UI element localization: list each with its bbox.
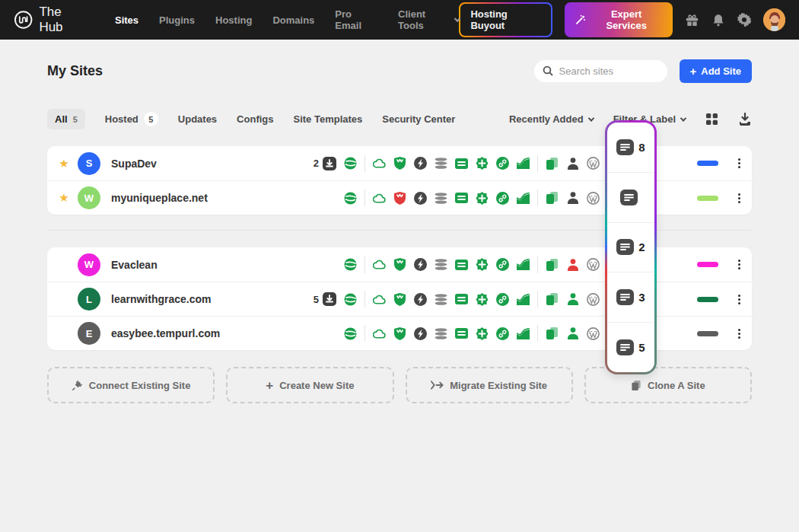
users-icon[interactable] (566, 327, 579, 340)
automate-link-icon[interactable] (496, 157, 509, 170)
hosting-buyout-button[interactable]: Hosting Buyout (459, 2, 552, 37)
favorite-star-icon[interactable]: ★ (56, 191, 72, 205)
analytics-chart-icon[interactable] (517, 192, 530, 205)
site-label-pill[interactable] (697, 297, 718, 302)
shipper-icon[interactable] (455, 157, 468, 170)
posts-count-cell[interactable]: 8 (607, 123, 654, 172)
wordpress-icon[interactable] (587, 258, 600, 271)
nav-client-tools[interactable]: Client Tools (398, 8, 459, 31)
defender-shield-icon[interactable] (393, 258, 406, 271)
analytics-chart-icon[interactable] (517, 157, 530, 170)
tab-updates[interactable]: Updates (178, 113, 217, 125)
pages-icon[interactable] (546, 192, 559, 205)
nav-plugins[interactable]: Plugins (159, 14, 195, 26)
smartcrawl-icon[interactable] (476, 192, 489, 205)
smartcrawl-icon[interactable] (476, 258, 489, 271)
users-icon[interactable] (566, 293, 579, 306)
site-name[interactable]: myuniqueplace.net (111, 192, 297, 204)
tab-security-center[interactable]: Security Center (382, 113, 455, 125)
site-label-pill[interactable] (697, 196, 718, 201)
wpmudev-dashboard-icon[interactable] (344, 327, 357, 340)
site-name[interactable]: Evaclean (111, 259, 297, 271)
favorite-star-icon[interactable]: ★ (56, 157, 72, 170)
hummingbird-icon[interactable] (414, 258, 427, 271)
row-menu-button[interactable] (734, 295, 744, 304)
posts-count-cell[interactable] (607, 172, 654, 222)
pages-icon[interactable] (546, 157, 559, 170)
notifications-bell-icon[interactable] (711, 13, 725, 27)
snapshot-icon[interactable] (435, 327, 447, 340)
site-name[interactable]: learnwithgrace.com (111, 293, 297, 305)
tab-site-templates[interactable]: Site Templates (294, 113, 363, 125)
user-avatar[interactable] (763, 8, 785, 31)
hosting-cloud-icon[interactable] (373, 327, 386, 340)
row-menu-button[interactable] (734, 158, 744, 168)
analytics-chart-icon[interactable] (517, 327, 530, 340)
export-download-icon[interactable] (738, 113, 752, 126)
nav-hosting[interactable]: Hosting (215, 14, 252, 26)
wpmudev-dashboard-icon[interactable] (344, 258, 357, 271)
shipper-icon[interactable] (455, 327, 468, 340)
row-menu-button[interactable] (734, 260, 744, 269)
shipper-icon[interactable] (455, 258, 468, 271)
defender-shield-icon[interactable] (393, 327, 406, 340)
wordpress-icon[interactable] (587, 157, 600, 170)
pages-icon[interactable] (546, 258, 559, 271)
snapshot-icon[interactable] (435, 293, 447, 306)
sort-dropdown[interactable]: Recently Added (509, 113, 594, 125)
updates-available-badge[interactable]: 5 (297, 292, 336, 306)
site-name[interactable]: SupaDev (111, 158, 297, 170)
migrate-existing-site-button[interactable]: Migrate Existing Site (406, 367, 573, 403)
nav-pro-email[interactable]: Pro Email (335, 8, 377, 31)
posts-count-cell[interactable]: 3 (607, 272, 654, 322)
clone-site-button[interactable]: Clone A Site (584, 367, 752, 403)
hummingbird-icon[interactable] (414, 293, 427, 306)
tab-configs[interactable]: Configs (237, 113, 273, 125)
tab-all[interactable]: All5 (47, 109, 85, 129)
wpmudev-dashboard-icon[interactable] (344, 293, 357, 306)
automate-link-icon[interactable] (496, 293, 509, 306)
wordpress-icon[interactable] (587, 327, 600, 340)
users-icon[interactable] (566, 157, 579, 170)
automate-link-icon[interactable] (496, 327, 509, 340)
nav-domains[interactable]: Domains (272, 14, 314, 26)
expert-services-button[interactable]: Expert Services (565, 2, 673, 37)
site-name[interactable]: easybee.tempurl.com (111, 327, 297, 339)
wordpress-icon[interactable] (587, 293, 600, 306)
add-site-button[interactable]: + Add Site (680, 59, 753, 83)
pages-icon[interactable] (546, 293, 559, 306)
automate-link-icon[interactable] (496, 258, 509, 271)
pages-icon[interactable] (546, 327, 559, 340)
grid-view-icon[interactable] (705, 113, 718, 126)
gift-icon[interactable] (685, 13, 699, 27)
shipper-icon[interactable] (455, 293, 468, 306)
row-menu-button[interactable] (734, 193, 744, 203)
snapshot-icon[interactable] (435, 157, 447, 170)
hosting-cloud-icon[interactable] (373, 157, 386, 170)
shipper-icon[interactable] (455, 192, 468, 205)
hub-logo[interactable]: The Hub (14, 5, 88, 35)
automate-link-icon[interactable] (496, 192, 509, 205)
analytics-chart-icon[interactable] (517, 293, 530, 306)
site-label-pill[interactable] (697, 161, 718, 166)
connect-existing-site-button[interactable]: Connect Existing Site (47, 367, 215, 403)
tab-hosted[interactable]: Hosted5 (105, 112, 158, 126)
defender-shield-icon[interactable] (393, 192, 406, 205)
settings-gear-icon[interactable] (737, 13, 751, 27)
hosting-cloud-icon[interactable] (373, 258, 386, 271)
create-new-site-button[interactable]: + Create New Site (226, 367, 393, 403)
smartcrawl-icon[interactable] (476, 157, 489, 170)
row-menu-button[interactable] (734, 329, 744, 339)
smartcrawl-icon[interactable] (476, 327, 489, 340)
snapshot-icon[interactable] (435, 192, 447, 205)
site-label-pill[interactable] (697, 331, 718, 336)
site-label-pill[interactable] (697, 262, 718, 267)
hummingbird-icon[interactable] (414, 192, 427, 205)
wpmudev-dashboard-icon[interactable] (344, 192, 357, 205)
wpmudev-dashboard-icon[interactable] (344, 157, 357, 170)
posts-count-cell[interactable]: 2 (607, 222, 654, 272)
defender-shield-icon[interactable] (393, 157, 406, 170)
users-icon[interactable] (566, 192, 579, 205)
analytics-chart-icon[interactable] (517, 258, 530, 271)
nav-sites[interactable]: Sites (115, 14, 138, 26)
